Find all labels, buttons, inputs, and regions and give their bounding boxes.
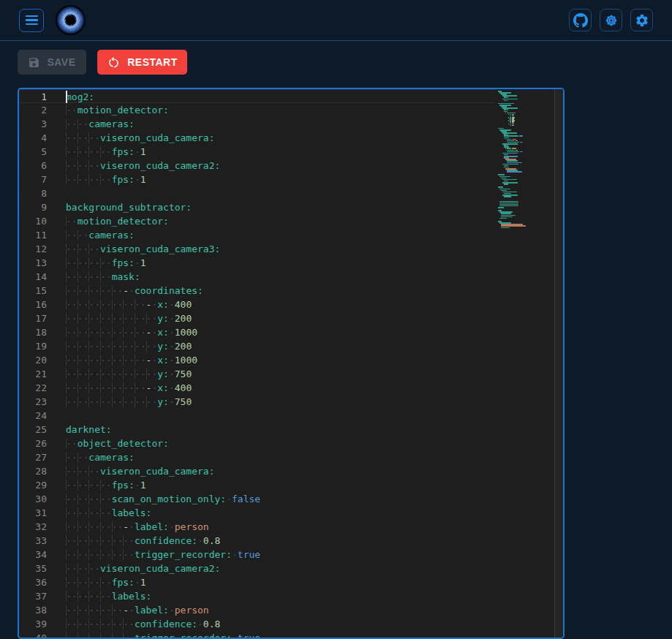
code-line[interactable]: 9background_subtractor: bbox=[19, 200, 563, 214]
line-number[interactable]: 16 bbox=[19, 298, 47, 311]
line-number[interactable]: 38 bbox=[19, 603, 47, 617]
line-number[interactable]: 17 bbox=[19, 311, 47, 325]
code-line[interactable]: 34············trigger_recorder:·true bbox=[19, 548, 563, 562]
code-line[interactable]: 3····cameras: bbox=[19, 117, 563, 131]
line-number[interactable]: 5 bbox=[19, 145, 47, 159]
line-number[interactable]: 33 bbox=[19, 534, 47, 548]
line-number[interactable]: 34 bbox=[19, 548, 47, 562]
code-line[interactable]: 28······viseron_cuda_camera: bbox=[19, 464, 563, 478]
code-area[interactable]: 1mog2:2··motion_detector:3····cameras:4·… bbox=[19, 89, 563, 639]
line-number[interactable]: 37 bbox=[19, 589, 47, 603]
code-line[interactable]: 10··motion_detector: bbox=[19, 214, 563, 228]
line-number[interactable]: 1 bbox=[19, 90, 47, 102]
code-line-text: ········mask: bbox=[66, 270, 140, 284]
code-line-text: ············confidence:·0.8 bbox=[66, 534, 220, 548]
line-number[interactable]: 2 bbox=[19, 103, 47, 117]
code-line[interactable]: 29········fps:·1 bbox=[19, 478, 563, 492]
minimap-line bbox=[507, 97, 508, 98]
line-number[interactable]: 10 bbox=[19, 214, 47, 228]
code-line[interactable]: 2··motion_detector: bbox=[19, 103, 563, 117]
minimap-line bbox=[508, 120, 509, 121]
code-line[interactable]: 25darknet: bbox=[19, 423, 563, 436]
code-line[interactable]: 11····cameras: bbox=[19, 228, 563, 242]
code-line[interactable]: 35······viseron_cuda_camera2: bbox=[19, 562, 563, 575]
code-line[interactable]: 19················y:·200 bbox=[19, 339, 563, 353]
code-line[interactable]: 40············trigger_recorder:·true bbox=[19, 631, 563, 639]
code-line[interactable]: 1mog2: bbox=[19, 89, 563, 103]
line-number[interactable]: 30 bbox=[19, 492, 47, 506]
line-number[interactable]: 29 bbox=[19, 478, 47, 492]
line-number[interactable]: 27 bbox=[19, 450, 47, 464]
line-number[interactable]: 4 bbox=[19, 131, 47, 145]
code-line[interactable]: 18··············-·x:·1000 bbox=[19, 325, 563, 339]
code-line[interactable]: 15··········-·coordinates: bbox=[19, 284, 563, 298]
code-line[interactable]: 6······viseron_cuda_camera2: bbox=[19, 159, 563, 173]
line-number[interactable]: 35 bbox=[19, 562, 47, 575]
code-line[interactable]: 7········fps:·1 bbox=[19, 173, 563, 186]
code-line[interactable]: 33············confidence:·0.8 bbox=[19, 534, 563, 548]
code-line[interactable]: 20··············-·x:·1000 bbox=[19, 353, 563, 367]
line-number[interactable]: 40 bbox=[19, 631, 47, 639]
line-number[interactable]: 13 bbox=[19, 256, 47, 270]
line-number[interactable]: 22 bbox=[19, 381, 47, 395]
minimap-line bbox=[504, 100, 507, 102]
line-number[interactable]: 14 bbox=[19, 270, 47, 284]
code-line[interactable]: 38··········-·label:·person bbox=[19, 603, 563, 617]
theme-brightness-button[interactable] bbox=[600, 9, 622, 31]
line-number[interactable]: 20 bbox=[19, 353, 47, 367]
code-line[interactable]: 22··············-·x:·400 bbox=[19, 381, 563, 395]
save-button[interactable]: SAVE bbox=[18, 50, 86, 75]
code-line[interactable]: 16··············-·x:·400 bbox=[19, 298, 563, 311]
settings-button[interactable] bbox=[630, 9, 653, 31]
line-number[interactable]: 36 bbox=[19, 575, 47, 589]
minimap-line bbox=[520, 142, 523, 143]
line-number[interactable]: 19 bbox=[19, 339, 47, 353]
line-number[interactable]: 24 bbox=[19, 409, 47, 423]
line-number[interactable]: 9 bbox=[19, 200, 47, 214]
line-number[interactable]: 32 bbox=[19, 520, 47, 534]
code-line[interactable]: 39············confidence:·0.8 bbox=[19, 617, 563, 631]
brightness-icon bbox=[604, 13, 619, 28]
restart-button[interactable]: RESTART bbox=[97, 50, 187, 75]
config-editor[interactable]: 1mog2:2··motion_detector:3····cameras:4·… bbox=[18, 88, 565, 639]
viseron-eye-logo[interactable] bbox=[56, 5, 86, 35]
code-line[interactable]: 27····cameras: bbox=[19, 450, 563, 464]
line-number[interactable]: 11 bbox=[19, 228, 47, 242]
code-line[interactable]: 37········labels: bbox=[19, 589, 563, 603]
code-line[interactable]: 5········fps:·1 bbox=[19, 145, 563, 159]
code-line[interactable]: 17················y:·200 bbox=[19, 311, 563, 325]
code-line[interactable]: 31········labels: bbox=[19, 506, 563, 520]
line-number[interactable]: 7 bbox=[19, 173, 47, 186]
minimap-line bbox=[504, 196, 511, 197]
editor-minimap[interactable] bbox=[496, 89, 554, 638]
menu-button[interactable] bbox=[19, 9, 44, 32]
line-number[interactable]: 31 bbox=[19, 506, 47, 520]
line-number[interactable]: 39 bbox=[19, 617, 47, 631]
code-line[interactable]: 8 bbox=[19, 186, 563, 200]
line-number[interactable]: 15 bbox=[19, 284, 47, 298]
code-line-text: ··············-·x:·1000 bbox=[66, 325, 197, 339]
code-line[interactable]: 32··········-·label:·person bbox=[19, 520, 563, 534]
code-line[interactable]: 13········fps:·1 bbox=[19, 256, 563, 270]
line-number[interactable]: 26 bbox=[19, 436, 47, 450]
line-number[interactable]: 6 bbox=[19, 159, 47, 173]
line-number[interactable]: 18 bbox=[19, 325, 47, 339]
line-number[interactable]: 21 bbox=[19, 367, 47, 381]
line-number[interactable]: 23 bbox=[19, 395, 47, 409]
code-line[interactable]: 21················y:·750 bbox=[19, 367, 563, 381]
code-line[interactable]: 24 bbox=[19, 409, 563, 423]
code-line[interactable]: 14········mask: bbox=[19, 270, 563, 284]
line-number[interactable]: 8 bbox=[19, 186, 47, 200]
code-line[interactable]: 30········scan_on_motion_only:·false bbox=[19, 492, 563, 506]
line-number[interactable]: 3 bbox=[19, 117, 47, 131]
code-line[interactable]: 23················y:·750 bbox=[19, 395, 563, 409]
code-line[interactable]: 36········fps:·1 bbox=[19, 575, 563, 589]
code-line[interactable]: 26··object_detector: bbox=[19, 436, 563, 450]
line-number[interactable]: 12 bbox=[19, 242, 47, 256]
code-line[interactable]: 12······viseron_cuda_camera3: bbox=[19, 242, 563, 256]
code-line[interactable]: 4······viseron_cuda_camera: bbox=[19, 131, 563, 145]
line-number[interactable]: 25 bbox=[19, 423, 47, 436]
editor-scrollbar[interactable] bbox=[554, 89, 565, 638]
line-number[interactable]: 28 bbox=[19, 464, 47, 478]
github-button[interactable] bbox=[569, 9, 592, 31]
